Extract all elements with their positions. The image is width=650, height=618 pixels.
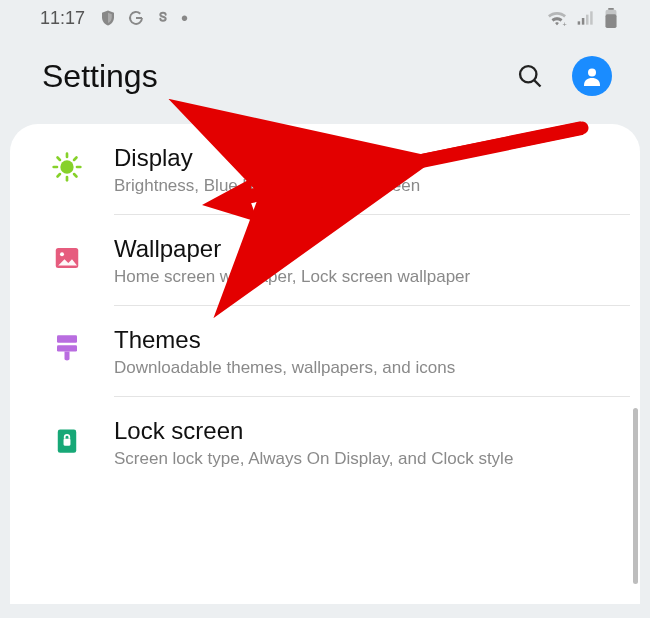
svg-rect-7 [606,14,617,28]
svg-line-16 [58,158,60,160]
svg-rect-2 [582,18,585,25]
svg-rect-4 [590,11,593,24]
svg-text:+: + [562,20,566,27]
svg-point-11 [60,160,73,173]
svg-rect-5 [608,8,613,10]
svg-line-17 [74,174,76,176]
svg-rect-1 [578,21,581,24]
svg-rect-22 [57,335,77,343]
lock-icon [50,423,84,457]
svg-line-19 [74,158,76,160]
settings-item-desc: Brightness, Blue light filter, Home scre… [114,176,622,196]
settings-item-title: Lock screen [114,417,622,445]
settings-header: Settings [0,36,650,124]
svg-line-18 [58,174,60,176]
svg-rect-23 [57,345,77,351]
s-icon [155,9,171,27]
settings-list: Display Brightness, Blue light filter, H… [10,124,640,604]
settings-item-wallpaper[interactable]: Wallpaper Home screen wallpaper, Lock sc… [10,215,640,305]
wifi-icon: + [546,9,568,27]
shield-icon [99,9,117,27]
settings-item-title: Wallpaper [114,235,622,263]
svg-point-10 [588,69,596,77]
status-time: 11:17 [40,8,85,29]
settings-item-desc: Home screen wallpaper, Lock screen wallp… [114,267,622,287]
scrollbar[interactable] [633,408,638,584]
settings-item-title: Display [114,144,622,172]
svg-line-9 [534,80,540,86]
settings-item-display[interactable]: Display Brightness, Blue light filter, H… [10,124,640,214]
settings-item-lock-screen[interactable]: Lock screen Screen lock type, Always On … [10,397,640,487]
page-title: Settings [42,58,158,95]
signal-icon [576,9,596,27]
brush-icon [50,332,84,366]
status-bar: 11:17 • + [0,0,650,36]
battery-icon [604,8,618,28]
dot-icon: • [181,7,188,30]
g-icon [127,9,145,27]
settings-item-themes[interactable]: Themes Downloadable themes, wallpapers, … [10,306,640,396]
photo-icon [50,241,84,275]
settings-item-title: Themes [114,326,622,354]
svg-point-21 [60,252,64,256]
account-button[interactable] [572,56,612,96]
settings-item-desc: Screen lock type, Always On Display, and… [114,449,622,469]
svg-rect-3 [586,15,589,25]
svg-point-8 [520,66,536,82]
svg-rect-25 [64,439,71,446]
brightness-icon [50,150,84,184]
settings-item-desc: Downloadable themes, wallpapers, and ico… [114,358,622,378]
search-button[interactable] [516,62,544,90]
